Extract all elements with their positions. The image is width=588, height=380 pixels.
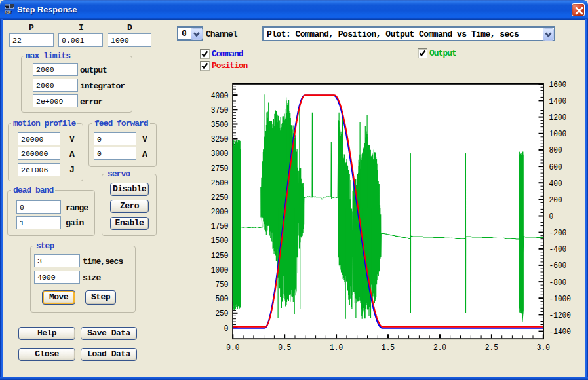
svg-text:3000: 3000 (211, 149, 229, 159)
svg-text:-800: -800 (549, 278, 567, 288)
svg-text:1500: 1500 (211, 236, 229, 246)
svg-text:3.0: 3.0 (537, 343, 550, 352)
svg-text:-400: -400 (549, 244, 567, 254)
svg-text:-600: -600 (549, 261, 567, 271)
svg-text:1200: 1200 (549, 113, 567, 123)
svg-text:0.0: 0.0 (226, 343, 239, 352)
svg-text:1000: 1000 (211, 265, 229, 275)
svg-text:500: 500 (215, 294, 228, 304)
svg-text:400: 400 (549, 179, 562, 189)
svg-text:3250: 3250 (211, 134, 229, 144)
svg-text:0: 0 (549, 212, 554, 221)
svg-text:-1200: -1200 (549, 311, 572, 320)
svg-text:4000: 4000 (211, 91, 229, 101)
svg-text:2.0: 2.0 (433, 343, 446, 352)
svg-text:0: 0 (224, 324, 229, 333)
svg-text:-1400: -1400 (549, 327, 572, 337)
svg-text:3500: 3500 (211, 120, 229, 130)
svg-text:800: 800 (549, 145, 562, 155)
svg-text:2.5: 2.5 (485, 343, 498, 352)
svg-text:1400: 1400 (549, 96, 567, 106)
svg-text:250: 250 (215, 309, 228, 318)
svg-text:2000: 2000 (211, 207, 229, 217)
svg-text:0.5: 0.5 (278, 343, 291, 352)
svg-text:2250: 2250 (211, 193, 229, 202)
svg-text:1750: 1750 (211, 221, 229, 231)
svg-text:1250: 1250 (211, 251, 229, 261)
svg-text:1.5: 1.5 (382, 343, 395, 352)
svg-text:1600: 1600 (549, 80, 567, 90)
svg-text:1.0: 1.0 (330, 343, 343, 352)
svg-text:2500: 2500 (211, 178, 229, 188)
svg-text:3750: 3750 (211, 105, 229, 115)
svg-text:-1000: -1000 (549, 294, 572, 304)
svg-text:200: 200 (549, 195, 562, 205)
svg-text:1000: 1000 (549, 129, 567, 139)
svg-text:600: 600 (549, 162, 562, 172)
svg-text:-200: -200 (549, 228, 567, 238)
svg-text:750: 750 (215, 280, 228, 290)
svg-text:2750: 2750 (211, 164, 229, 174)
